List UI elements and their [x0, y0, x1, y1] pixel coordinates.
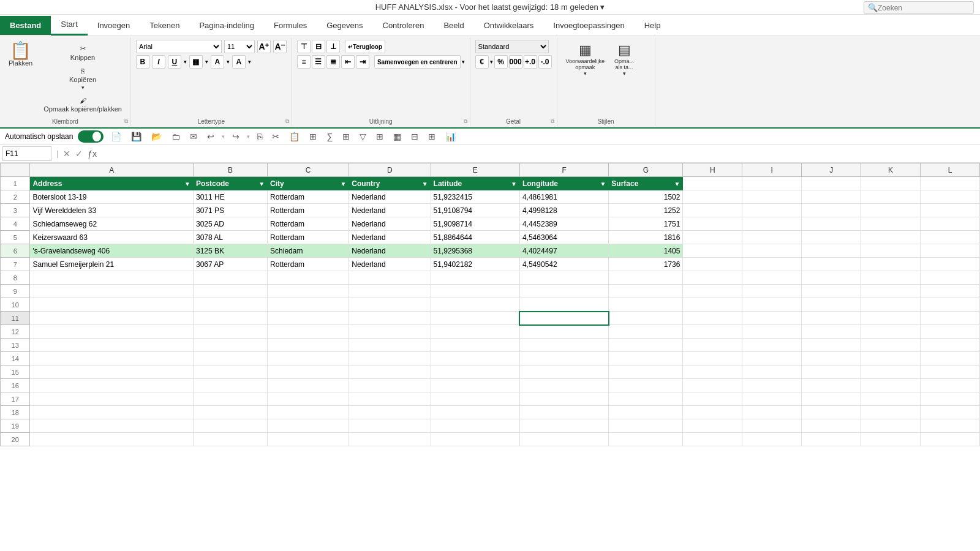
cell-18J[interactable]: [802, 406, 861, 419]
col-header-A[interactable]: A: [30, 163, 194, 177]
cell-14G[interactable]: [609, 352, 683, 365]
cell-3L[interactable]: [921, 204, 980, 217]
cell-2J[interactable]: [802, 190, 861, 204]
cell-19L[interactable]: [921, 419, 980, 433]
col-header-K[interactable]: K: [861, 163, 921, 177]
tab-beeld[interactable]: Beeld: [434, 16, 473, 35]
more-button[interactable]: ⊞: [307, 130, 319, 143]
cell-17B[interactable]: [193, 392, 267, 406]
function-icon[interactable]: ƒx: [88, 149, 97, 159]
lettertype-expand-icon[interactable]: ⧉: [285, 118, 289, 125]
cell-18H[interactable]: [683, 406, 742, 419]
cell-12L[interactable]: [921, 325, 980, 339]
font-family-select[interactable]: Arial: [136, 40, 222, 53]
cell-17J[interactable]: [802, 392, 861, 406]
col-header-L[interactable]: L: [921, 163, 980, 177]
cell-10L[interactable]: [921, 298, 980, 312]
cell-11H[interactable]: [683, 312, 742, 325]
cell-16C[interactable]: [268, 379, 349, 392]
view-button[interactable]: ⊞: [374, 130, 386, 143]
cell-10I[interactable]: [742, 298, 802, 312]
align-middle-button[interactable]: ⊟: [312, 40, 325, 53]
chart-button[interactable]: 📊: [443, 130, 458, 143]
cell-11D[interactable]: [349, 312, 431, 325]
header-city[interactable]: City ▼: [268, 177, 349, 190]
autosave-toggle[interactable]: [78, 130, 104, 143]
cell-14C[interactable]: [268, 352, 349, 365]
cell-7G[interactable]: 1736: [609, 258, 683, 271]
tab-ontwikkelaars[interactable]: Ontwikkelaars: [474, 16, 544, 35]
terugloop-button[interactable]: ↵ Terugloop: [345, 40, 385, 53]
cell-11G[interactable]: [609, 312, 683, 325]
col-header-H[interactable]: H: [683, 163, 742, 177]
cell-7C[interactable]: Rotterdam: [268, 258, 349, 271]
cell-7D[interactable]: Nederland: [349, 258, 431, 271]
header-postcode[interactable]: Postcode ▼: [193, 177, 267, 190]
cell-20F[interactable]: [519, 433, 608, 446]
tab-invoegen[interactable]: Invoegen: [88, 16, 140, 35]
search-box[interactable]: 🔍: [864, 1, 974, 14]
tab-invoegtoepassingen[interactable]: Invoegtoepassingen: [543, 16, 634, 35]
cell-16J[interactable]: [802, 379, 861, 392]
decimal-up-button[interactable]: +.0: [524, 55, 537, 69]
cell-20G[interactable]: [609, 433, 683, 446]
percent-button[interactable]: %: [494, 55, 508, 69]
cell-15D[interactable]: [349, 365, 431, 379]
cell-6K[interactable]: [861, 244, 921, 258]
cell-20H[interactable]: [683, 433, 742, 446]
paste-button[interactable]: 📋: [287, 130, 302, 143]
cell-19H[interactable]: [683, 419, 742, 433]
tab-help[interactable]: Help: [635, 16, 671, 35]
cell-10D[interactable]: [349, 298, 431, 312]
cell-13F[interactable]: [519, 339, 608, 352]
font-color-button[interactable]: A: [232, 55, 246, 69]
cell-12B[interactable]: [193, 325, 267, 339]
cell-reference[interactable]: [2, 146, 51, 161]
cell-5F[interactable]: 4,5463064: [519, 231, 608, 244]
knippen-button[interactable]: ✂ Knippen: [40, 42, 126, 64]
cell-7A[interactable]: Samuel Esmeijerplein 21: [30, 258, 194, 271]
cell-9H[interactable]: [683, 285, 742, 298]
city-filter-icon[interactable]: ▼: [340, 180, 346, 187]
cell-4I[interactable]: [742, 217, 802, 231]
cell-10G[interactable]: [609, 298, 683, 312]
decimal-down-button[interactable]: -.0: [538, 55, 552, 69]
cell-5K[interactable]: [861, 231, 921, 244]
cell-11J[interactable]: [802, 312, 861, 325]
cell-6G[interactable]: 1405: [609, 244, 683, 258]
cell-9E[interactable]: [431, 285, 519, 298]
cell-5H[interactable]: [683, 231, 742, 244]
cell-19D[interactable]: [349, 419, 431, 433]
cell-5I[interactable]: [742, 231, 802, 244]
cell-16I[interactable]: [742, 379, 802, 392]
col-header-I[interactable]: I: [742, 163, 802, 177]
cell-5A[interactable]: Keizerswaard 63: [30, 231, 194, 244]
postcode-filter-icon[interactable]: ▼: [258, 180, 265, 187]
cell-2I[interactable]: [742, 190, 802, 204]
cell-5E[interactable]: 51,8864644: [431, 231, 519, 244]
currency-button[interactable]: €: [475, 55, 489, 69]
underline-button[interactable]: U: [168, 55, 181, 69]
cell-9D[interactable]: [349, 285, 431, 298]
surface-filter-icon[interactable]: ▼: [674, 180, 680, 187]
cell-20B[interactable]: [193, 433, 267, 446]
cell-16F[interactable]: [519, 379, 608, 392]
cell-2A[interactable]: Botersloot 13-19: [30, 190, 194, 204]
cell-4B[interactable]: 3025 AD: [193, 217, 267, 231]
plakken-button[interactable]: 📋 Plakken: [5, 40, 36, 69]
cell-18B[interactable]: [193, 406, 267, 419]
cell-17K[interactable]: [861, 392, 921, 406]
cell-7J[interactable]: [802, 258, 861, 271]
cell-2L[interactable]: [921, 190, 980, 204]
col-header-J[interactable]: J: [802, 163, 861, 177]
filter-button[interactable]: ▽: [357, 130, 369, 143]
cell-17G[interactable]: [609, 392, 683, 406]
cell-9J[interactable]: [802, 285, 861, 298]
tab-start[interactable]: Start: [51, 15, 87, 36]
tab-controleren[interactable]: Controleren: [373, 16, 434, 35]
cell-6H[interactable]: [683, 244, 742, 258]
kopieren-button[interactable]: ⎘ Kopiëren ▾: [40, 65, 126, 93]
cell-6B[interactable]: 3125 BK: [193, 244, 267, 258]
cell-20A[interactable]: [30, 433, 194, 446]
country-filter-icon[interactable]: ▼: [422, 180, 428, 187]
